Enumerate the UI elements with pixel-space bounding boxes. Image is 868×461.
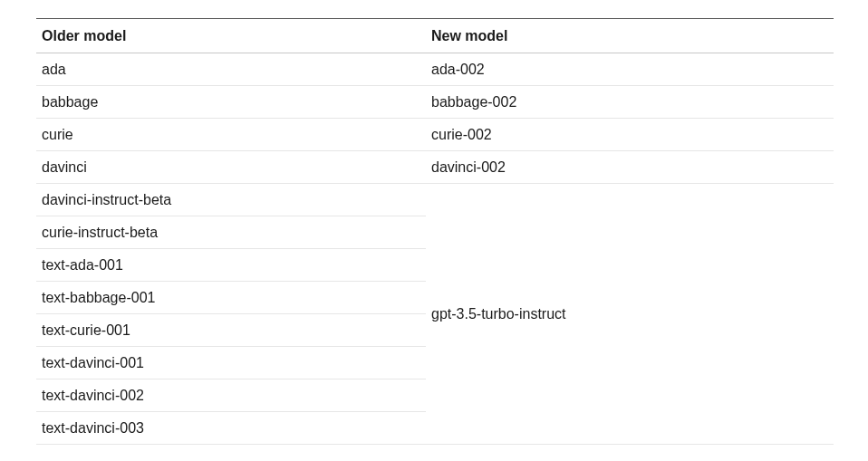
table-row: curie curie-002 [36, 119, 834, 151]
table-row: davinci-instruct-beta gpt-3.5-turbo-inst… [36, 184, 834, 216]
older-model-cell: babbage [36, 86, 426, 119]
older-model-cell: text-babbage-001 [36, 282, 426, 314]
header-older-model: Older model [36, 19, 426, 53]
older-model-cell: text-davinci-001 [36, 347, 426, 379]
older-model-cell: curie [36, 119, 426, 151]
older-model-cell: text-davinci-002 [36, 379, 426, 412]
new-model-cell-merged: gpt-3.5-turbo-instruct [426, 184, 834, 445]
older-model-cell: text-curie-001 [36, 314, 426, 347]
table-row: ada ada-002 [36, 53, 834, 86]
older-model-cell: text-davinci-003 [36, 412, 426, 445]
table-row: davinci davinci-002 [36, 151, 834, 184]
table-header-row: Older model New model [36, 19, 834, 53]
older-model-cell: davinci [36, 151, 426, 184]
new-model-cell: davinci-002 [426, 151, 834, 184]
older-model-cell: ada [36, 53, 426, 86]
table-row: babbage babbage-002 [36, 86, 834, 119]
older-model-cell: davinci-instruct-beta [36, 184, 426, 216]
model-mapping-table: Older model New model ada ada-002 babbag… [36, 18, 834, 445]
new-model-cell: babbage-002 [426, 86, 834, 119]
header-new-model: New model [426, 19, 834, 53]
new-model-cell: ada-002 [426, 53, 834, 86]
new-model-cell: curie-002 [426, 119, 834, 151]
older-model-cell: curie-instruct-beta [36, 216, 426, 249]
older-model-cell: text-ada-001 [36, 249, 426, 282]
